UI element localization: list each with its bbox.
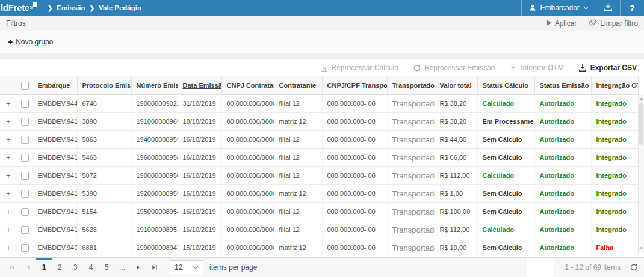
- expand-row-button[interactable]: +: [0, 94, 17, 112]
- scroll-down-icon[interactable]: ▼: [639, 245, 644, 251]
- protocolo-cell: 5463: [77, 148, 131, 166]
- reprocessar-c-lculo-button[interactable]: Reprocessar Cálculo: [320, 64, 398, 72]
- refresh-icon[interactable]: [630, 263, 638, 272]
- vertical-scrollbar[interactable]: ▲ ▼: [638, 94, 644, 252]
- embarque-cell: EMBDEV.94462: [33, 94, 77, 112]
- play-icon: [546, 19, 552, 28]
- status-calculo-cell: Em Processamento: [477, 112, 534, 130]
- breadcrumb: ❯ Emissão ❯ Vale Pedágio: [43, 4, 141, 11]
- expand-row-button[interactable]: +: [0, 202, 17, 221]
- next-page-button[interactable]: [130, 258, 146, 277]
- numero-cell: 190000008956: [131, 166, 178, 184]
- cnpj-transportador-cell: 000.000.000- 00: [322, 184, 387, 202]
- status-calculo-cell: Calculado: [477, 221, 534, 239]
- breadcrumb-vale-pedagio[interactable]: Vale Pedágio: [99, 4, 141, 11]
- user-menu[interactable]: Embarcador: [521, 0, 595, 16]
- page-button-2[interactable]: 2: [52, 258, 67, 277]
- upload-icon: [509, 64, 517, 72]
- cnpj-transportador-cell: 000.000.000- 00: [322, 148, 387, 166]
- row-checkbox[interactable]: [21, 118, 29, 126]
- expand-row-button[interactable]: +: [0, 112, 17, 130]
- valor-cell: R$ 10,00: [435, 239, 477, 257]
- breadcrumb-emissao[interactable]: Emissão: [57, 4, 85, 11]
- sorted-column-label: Data Emissão: [183, 82, 222, 89]
- column-header-status-calculo[interactable]: Status Cálculo: [477, 76, 534, 94]
- row-checkbox-cell: [17, 112, 33, 130]
- protocolo-cell: 5390: [77, 184, 131, 202]
- column-header-contratante[interactable]: Contratante: [274, 76, 322, 94]
- cnpj-contratante-cell: 00.000.000/0000-00: [221, 112, 274, 130]
- column-header-integracao-otm[interactable]: Integração OTM: [591, 76, 638, 94]
- table-row: +EMBDEV.94130515419500000895416/10/20190…: [0, 202, 638, 221]
- apply-filter-label: Aplicar: [555, 19, 577, 28]
- valor-cell: R$ 112,00: [435, 221, 477, 239]
- integracao-otm-cell: Integrado: [591, 221, 638, 239]
- grid-card: Reprocessar CálculoReprocessar EmissãoIn…: [0, 59, 644, 277]
- expand-row-button[interactable]: +: [0, 130, 17, 148]
- scroll-up-icon[interactable]: ▲: [639, 96, 644, 102]
- row-checkbox[interactable]: [21, 172, 29, 180]
- row-checkbox[interactable]: [21, 136, 29, 144]
- row-checkbox[interactable]: [21, 208, 29, 216]
- row-checkbox-cell: [17, 184, 33, 202]
- table-row: +EMBDEV.94156389019100000896518/10/20190…: [0, 112, 638, 130]
- expand-row-button[interactable]: +: [0, 184, 17, 202]
- column-header-cnpj-contratante[interactable]: CNPJ Contratante: [221, 76, 274, 94]
- integracao-otm-cell: Integrado: [591, 184, 638, 202]
- select-all-header[interactable]: [17, 76, 33, 94]
- scrollbar-thumb[interactable]: [639, 103, 643, 145]
- column-header-data[interactable]: Data Emissão↓: [178, 76, 221, 94]
- column-header-embarque[interactable]: Embarque: [33, 76, 77, 94]
- pager-gap: [527, 258, 554, 277]
- data-cell: 31/10/2019: [178, 94, 221, 112]
- numero-cell: 195000008954: [131, 202, 178, 221]
- prev-page-button[interactable]: [20, 258, 36, 277]
- first-page-button[interactable]: [4, 258, 20, 277]
- expand-column-header[interactable]: [0, 76, 17, 94]
- column-header-transportador[interactable]: Transportador: [387, 76, 435, 94]
- cnpj-contratante-cell: 00.000.000/0000-00: [221, 184, 274, 202]
- select-all-checkbox[interactable]: [21, 82, 29, 90]
- integrar-otm-button[interactable]: Integrar OTM: [509, 64, 563, 72]
- exportar-csv-button[interactable]: Exportar CSV: [578, 64, 637, 72]
- column-header-status-emissao[interactable]: Status Emissão: [534, 76, 591, 94]
- page-size-select[interactable]: 12: [170, 260, 203, 275]
- more-pages-button[interactable]: ...: [114, 258, 130, 277]
- expand-row-button[interactable]: +: [0, 239, 17, 257]
- embarque-cell: EMBDEV.94156: [33, 112, 77, 130]
- emissions-table: EmbarqueProtocolo EmissãoNúmero EmissãoD…: [0, 76, 639, 257]
- page-button-5[interactable]: 5: [99, 258, 114, 277]
- reprocessar-emiss-o-button[interactable]: Reprocessar Emissão: [413, 64, 495, 72]
- expand-row-button[interactable]: +: [0, 166, 17, 184]
- numero-cell: 192000008955: [131, 184, 178, 202]
- row-checkbox[interactable]: [21, 244, 29, 252]
- help-button[interactable]: ?: [620, 0, 644, 16]
- numero-cell: 199000008947: [131, 239, 178, 257]
- expand-row-button[interactable]: +: [0, 148, 17, 166]
- column-header-numero[interactable]: Número Emissão: [131, 76, 178, 94]
- download-icon: [604, 2, 613, 14]
- column-header-cnpj-transportador[interactable]: CNPJ/CPF Transportador: [322, 76, 387, 94]
- data-cell: 15/10/2019: [178, 239, 221, 257]
- row-checkbox[interactable]: [21, 100, 29, 108]
- column-header-protocolo[interactable]: Protocolo Emissão: [77, 76, 131, 94]
- row-checkbox-cell: [17, 148, 33, 166]
- contratante-cell: filial 12: [274, 202, 322, 221]
- page-button-1[interactable]: 1: [36, 258, 52, 277]
- app-logo[interactable]: ldFrete: [0, 1, 37, 15]
- page-button-4[interactable]: 4: [83, 258, 99, 277]
- page-button-3[interactable]: 3: [67, 258, 83, 277]
- row-checkbox[interactable]: [21, 190, 29, 198]
- clear-filter-button[interactable]: Limpar filtro: [589, 19, 638, 28]
- last-page-button[interactable]: [146, 258, 163, 277]
- row-checkbox[interactable]: [21, 154, 29, 162]
- row-checkbox[interactable]: [21, 226, 29, 234]
- apply-filter-button[interactable]: Aplicar: [546, 19, 577, 28]
- transportador-cell: Transportador: [387, 184, 435, 202]
- column-header-valor[interactable]: Valor total: [435, 76, 477, 94]
- download-button[interactable]: [596, 0, 620, 16]
- data-cell: 16/10/2019: [178, 202, 221, 221]
- status-emissao-cell: Autorizado: [534, 221, 591, 239]
- expand-row-button[interactable]: +: [0, 221, 17, 239]
- new-group-button[interactable]: + Novo grupo: [8, 38, 53, 46]
